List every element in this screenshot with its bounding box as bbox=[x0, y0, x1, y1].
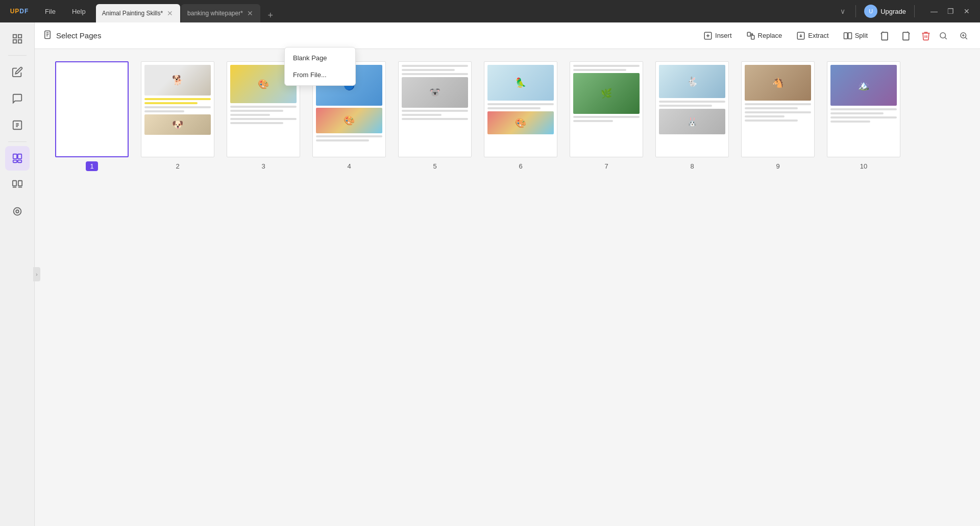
page-thumb-1[interactable]: 1 bbox=[55, 61, 129, 171]
sidebar-item-forms[interactable] bbox=[5, 113, 30, 137]
page-thumbnail-7[interactable]: 🌿 bbox=[570, 61, 643, 157]
user-avatar: U bbox=[864, 5, 877, 18]
page-number-7: 7 bbox=[600, 161, 612, 171]
svg-point-32 bbox=[940, 33, 946, 38]
thumb-image-9: 🐴 bbox=[745, 65, 811, 101]
toolbar: Select Pages Insert bbox=[35, 22, 980, 49]
page-thumb-2[interactable]: 🐕 🐶 2 bbox=[141, 61, 214, 171]
svg-rect-25 bbox=[747, 32, 750, 36]
sidebar-divider-1 bbox=[8, 55, 27, 56]
menu-help[interactable]: Help bbox=[64, 0, 94, 22]
tab-animal-painting[interactable]: Animal Painting Skills* ✕ bbox=[96, 4, 180, 22]
thumb-content-6: 🦜 🎨 bbox=[484, 62, 557, 157]
menu-file[interactable]: File bbox=[37, 0, 64, 22]
page-thumb-5[interactable]: 🐨 5 bbox=[398, 61, 472, 171]
content-area: Select Pages Insert bbox=[35, 22, 980, 526]
svg-rect-29 bbox=[848, 33, 851, 39]
split-button[interactable]: Split bbox=[837, 28, 874, 43]
page-number-4: 4 bbox=[343, 161, 355, 171]
svg-rect-0 bbox=[13, 35, 16, 38]
page-thumb-6[interactable]: 🦜 🎨 6 bbox=[484, 61, 557, 171]
page-thumb-8[interactable]: 🐇 🐰 8 bbox=[655, 61, 729, 171]
tab-close-1[interactable]: ✕ bbox=[166, 9, 174, 17]
thumb-content-10: 🏔️ bbox=[827, 62, 900, 157]
page-thumbnail-6[interactable]: 🦜 🎨 bbox=[484, 61, 557, 157]
sidebar-expand-handle[interactable]: › bbox=[33, 267, 40, 281]
from-file-option[interactable]: From File... bbox=[285, 66, 355, 83]
page-number-2: 2 bbox=[172, 161, 183, 171]
sidebar-divider-2 bbox=[8, 141, 27, 142]
page-number-1: 1 bbox=[86, 161, 97, 171]
svg-rect-3 bbox=[18, 40, 21, 43]
toolbar-title: Select Pages bbox=[56, 31, 101, 40]
close-button[interactable]: ✕ bbox=[960, 4, 974, 18]
main-layout: › Select Pages bbox=[0, 22, 980, 526]
logo-up: UP bbox=[10, 8, 20, 15]
titlebar-divider bbox=[855, 5, 856, 17]
maximize-button[interactable]: ❐ bbox=[943, 4, 958, 18]
page-thumb-10[interactable]: 🏔️ 10 bbox=[827, 61, 900, 171]
rotate-left-button[interactable] bbox=[876, 28, 894, 44]
svg-rect-30 bbox=[881, 32, 888, 40]
titlebar: UPDF File Help Animal Painting Skills* ✕… bbox=[0, 0, 980, 22]
page-thumbnail-2[interactable]: 🐕 🐶 bbox=[141, 61, 214, 157]
sidebar-item-pages[interactable] bbox=[5, 146, 30, 171]
upgrade-label: Upgrade bbox=[880, 8, 906, 15]
page-number-3: 3 bbox=[257, 161, 269, 171]
dropdown-arrow[interactable]: ∨ bbox=[838, 5, 847, 17]
window-controls: — ❐ ✕ bbox=[927, 4, 974, 18]
insert-label: Insert bbox=[715, 32, 732, 39]
toolbar-left: Select Pages bbox=[43, 30, 101, 41]
page-thumbnail-9[interactable]: 🐴 bbox=[741, 61, 815, 157]
page-thumbnail-5[interactable]: 🐨 bbox=[398, 61, 472, 157]
page-number-8: 8 bbox=[686, 161, 698, 171]
page-thumbnail-8[interactable]: 🐇 🐰 bbox=[655, 61, 729, 157]
thumb-content-8: 🐇 🐰 bbox=[656, 62, 728, 157]
page-number-9: 9 bbox=[772, 161, 783, 171]
svg-point-16 bbox=[13, 208, 21, 216]
svg-rect-11 bbox=[17, 160, 21, 163]
extract-label: Extract bbox=[808, 32, 828, 39]
thumb-image-2: 🐕 bbox=[144, 65, 211, 95]
tab-banking[interactable]: banking whitepaper* ✕ bbox=[181, 4, 260, 22]
svg-rect-10 bbox=[13, 160, 16, 163]
sidebar-item-view[interactable] bbox=[5, 27, 30, 51]
sidebar-item-convert[interactable] bbox=[5, 173, 30, 197]
new-tab-button[interactable]: + bbox=[263, 8, 278, 22]
toolbar-actions: Insert Replace bbox=[697, 28, 935, 44]
svg-rect-28 bbox=[844, 33, 847, 39]
extract-button[interactable]: Extract bbox=[790, 28, 835, 43]
thumb-content-5: 🐨 bbox=[399, 62, 471, 157]
rotate-right-button[interactable] bbox=[896, 28, 915, 44]
search-button[interactable] bbox=[935, 28, 951, 44]
page-thumb-7[interactable]: 🌿 7 bbox=[570, 61, 643, 171]
svg-rect-9 bbox=[17, 154, 21, 159]
svg-rect-26 bbox=[751, 35, 754, 39]
page-thumb-9[interactable]: 🐴 9 bbox=[741, 61, 815, 171]
upgrade-button[interactable]: U Upgrade bbox=[864, 5, 906, 18]
replace-button[interactable]: Replace bbox=[740, 28, 789, 43]
page-thumbnail-10[interactable]: 🏔️ bbox=[827, 61, 900, 157]
titlebar-divider-2 bbox=[914, 5, 915, 17]
toolbar-right bbox=[935, 28, 972, 44]
minimize-button[interactable]: — bbox=[927, 4, 941, 18]
pages-icon bbox=[43, 30, 52, 41]
thumb-content-7: 🌿 bbox=[570, 62, 643, 157]
zoom-button[interactable] bbox=[955, 28, 972, 44]
sidebar-item-comments[interactable] bbox=[5, 86, 30, 111]
tab-label-1: Animal Painting Skills* bbox=[102, 10, 163, 17]
page-thumbnail-1[interactable] bbox=[55, 61, 129, 157]
sidebar-item-edit[interactable] bbox=[5, 60, 30, 84]
blank-page-option[interactable]: Blank Page bbox=[285, 50, 355, 66]
insert-button[interactable]: Insert bbox=[697, 28, 738, 43]
app-logo: UPDF bbox=[4, 0, 35, 22]
tab-close-2[interactable]: ✕ bbox=[246, 9, 254, 17]
svg-line-33 bbox=[945, 37, 946, 39]
sidebar-item-protect[interactable] bbox=[5, 199, 30, 224]
logo-df: DF bbox=[19, 8, 29, 15]
replace-label: Replace bbox=[758, 32, 782, 39]
svg-rect-12 bbox=[12, 181, 16, 186]
delete-button[interactable] bbox=[917, 28, 935, 44]
insert-dropdown: Blank Page From File... bbox=[284, 47, 356, 86]
thumb-content-2: 🐕 🐶 bbox=[141, 62, 214, 157]
